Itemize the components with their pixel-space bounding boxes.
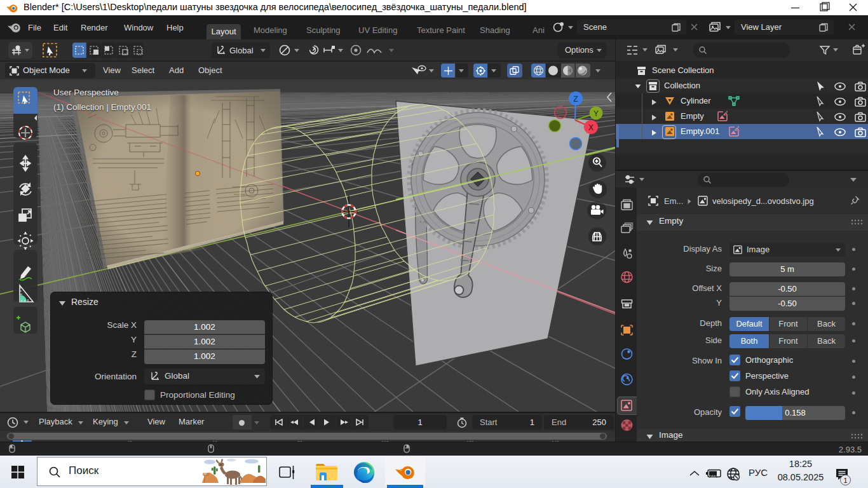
svg-text:Y: Y bbox=[593, 109, 599, 118]
svg-text:Z: Z bbox=[573, 95, 578, 104]
svg-text:X: X bbox=[588, 123, 593, 132]
